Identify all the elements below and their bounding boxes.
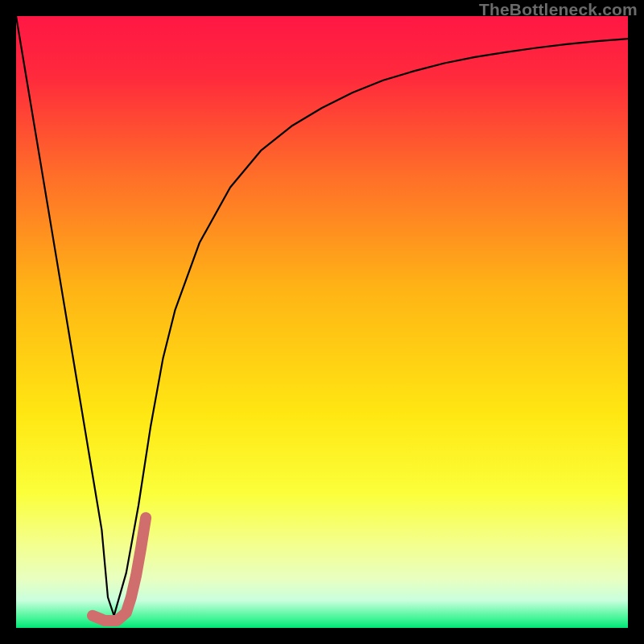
curve-layer	[16, 16, 628, 628]
plot-area	[16, 16, 628, 628]
watermark-text: TheBottleneck.com	[479, 0, 638, 19]
bottleneck-curve	[16, 16, 628, 616]
highlight-segment	[93, 518, 146, 621]
chart-frame: TheBottleneck.com	[0, 0, 644, 644]
